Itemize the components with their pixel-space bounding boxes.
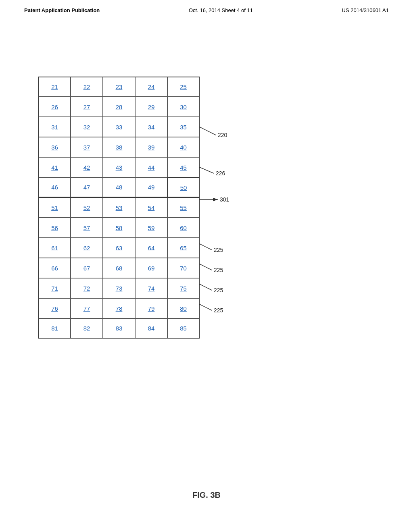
svg-line-4 [200, 264, 212, 270]
table-row[interactable]: 82 [71, 318, 103, 339]
annotation-svg: 220 226 301 225 225 225 225 [200, 77, 280, 339]
table-row[interactable]: 81 [38, 318, 71, 339]
table-row[interactable]: 79 [135, 298, 167, 318]
table-row[interactable]: 61 [38, 238, 71, 258]
table-row[interactable]: 51 [38, 197, 71, 218]
table-row[interactable]: 50 [167, 177, 200, 197]
table-row[interactable]: 31 [38, 117, 71, 137]
svg-line-0 [200, 127, 216, 135]
table-row[interactable]: 41 [38, 157, 71, 177]
table-row[interactable]: 53 [103, 197, 135, 218]
table-row[interactable]: 76 [38, 298, 71, 318]
header-right: US 2014/310601 A1 [342, 7, 389, 13]
table-row[interactable]: 44 [135, 157, 167, 177]
table-row[interactable]: 39 [135, 137, 167, 157]
annotation-220: 220 [218, 132, 227, 138]
table-row[interactable]: 84 [135, 318, 167, 339]
annotation-225b: 225 [214, 267, 223, 273]
header-center: Oct. 16, 2014 Sheet 4 of 11 [189, 7, 253, 13]
table-row[interactable]: 33 [103, 117, 135, 137]
table-row[interactable]: 23 [103, 77, 135, 97]
table-row[interactable]: 52 [71, 197, 103, 218]
table-row[interactable]: 78 [103, 298, 135, 318]
table-row[interactable]: 34 [135, 117, 167, 137]
table-row[interactable]: 27 [71, 97, 103, 117]
table-row[interactable]: 32 [71, 117, 103, 137]
table-row[interactable]: 48 [103, 177, 135, 197]
table-row[interactable]: 45 [167, 157, 200, 177]
table-row[interactable]: 74 [135, 278, 167, 298]
table-row[interactable]: 68 [103, 258, 135, 278]
svg-line-1 [200, 167, 214, 173]
table-row[interactable]: 62 [71, 238, 103, 258]
figure-area: 2122232425262728293031323334353637383940… [38, 77, 200, 339]
table-row[interactable]: 70 [167, 258, 200, 278]
table-row[interactable]: 22 [71, 77, 103, 97]
table-row[interactable]: 83 [103, 318, 135, 339]
table-row[interactable]: 73 [103, 278, 135, 298]
table-row[interactable]: 56 [38, 218, 71, 238]
table-row[interactable]: 54 [135, 197, 167, 218]
table-row[interactable]: 57 [71, 218, 103, 238]
table-row[interactable]: 69 [135, 258, 167, 278]
table-row[interactable]: 26 [38, 97, 71, 117]
table-row[interactable]: 40 [167, 137, 200, 157]
table-row[interactable]: 25 [167, 77, 200, 97]
svg-line-3 [200, 244, 212, 250]
table-row[interactable]: 63 [103, 238, 135, 258]
table-row[interactable]: 85 [167, 318, 200, 339]
table-row[interactable]: 43 [103, 157, 135, 177]
table-row[interactable]: 60 [167, 218, 200, 238]
svg-line-5 [200, 284, 212, 290]
table-row[interactable]: 30 [167, 97, 200, 117]
table-row[interactable]: 46 [38, 177, 71, 197]
table-row[interactable]: 77 [71, 298, 103, 318]
table-row[interactable]: 47 [71, 177, 103, 197]
annotation-226: 226 [216, 170, 225, 177]
table-row[interactable]: 29 [135, 97, 167, 117]
table-row[interactable]: 66 [38, 258, 71, 278]
table-row[interactable]: 65 [167, 238, 200, 258]
annotation-301: 301 [220, 196, 229, 203]
table-row[interactable]: 55 [167, 197, 200, 218]
table-row[interactable]: 38 [103, 137, 135, 157]
table-row[interactable]: 67 [71, 258, 103, 278]
table-row[interactable]: 49 [135, 177, 167, 197]
page-header: Patent Application Publication Oct. 16, … [0, 0, 413, 13]
table-row[interactable]: 28 [103, 97, 135, 117]
table-row[interactable]: 80 [167, 298, 200, 318]
table-row[interactable]: 42 [71, 157, 103, 177]
grid: 2122232425262728293031323334353637383940… [38, 77, 200, 339]
table-row[interactable]: 21 [38, 77, 71, 97]
svg-line-6 [200, 304, 212, 310]
annotation-225d: 225 [214, 307, 223, 314]
annotation-225a: 225 [214, 247, 223, 253]
header-left: Patent Application Publication [24, 7, 100, 13]
cell-grid: 2122232425262728293031323334353637383940… [38, 77, 200, 339]
figure-caption: FIG. 3B [192, 490, 221, 500]
table-row[interactable]: 35 [167, 117, 200, 137]
table-row[interactable]: 24 [135, 77, 167, 97]
table-row[interactable]: 71 [38, 278, 71, 298]
table-row[interactable]: 75 [167, 278, 200, 298]
table-row[interactable]: 37 [71, 137, 103, 157]
annotation-225c: 225 [214, 287, 223, 293]
table-row[interactable]: 59 [135, 218, 167, 238]
table-row[interactable]: 64 [135, 238, 167, 258]
table-row[interactable]: 58 [103, 218, 135, 238]
table-row[interactable]: 36 [38, 137, 71, 157]
table-row[interactable]: 72 [71, 278, 103, 298]
